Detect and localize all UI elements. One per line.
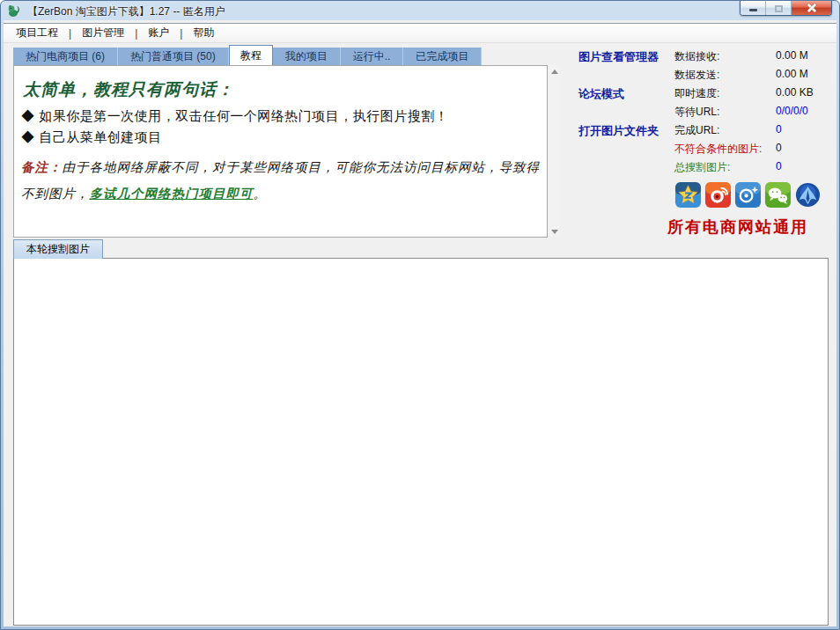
maximize-icon: [775, 5, 783, 12]
stat-value-waiting-url: 0/0/0/0: [776, 105, 808, 117]
menu-separator: |: [178, 27, 184, 40]
triangle-up-icon: [551, 70, 558, 74]
window-title: 【ZerBon 淘宝图片下载】1.27 -- 匿名用户: [27, 4, 225, 19]
slogan-text: 所有电商网站通用: [667, 216, 808, 238]
stat-label-total-scraped-images: 总搜割图片:: [674, 160, 730, 175]
tutorial-heading: 太简单，教程只有两句话：: [23, 78, 234, 101]
green-squirrel-icon: [7, 4, 21, 18]
maximize-button[interactable]: [766, 1, 792, 15]
stat-label-data-sent: 数据发送:: [674, 68, 719, 83]
link-forum-mode[interactable]: 论坛模式: [578, 86, 624, 102]
stat-label-data-received: 数据接收:: [674, 49, 719, 64]
tab-hot-general-projects[interactable]: 热门普通项目 (50): [118, 48, 229, 65]
stat-label-unqualified-images: 不符合条件的图片:: [674, 142, 762, 157]
stat-label-completed-url: 完成URL:: [674, 123, 719, 138]
scroll-down-button[interactable]: [549, 225, 560, 238]
menu-separator: |: [67, 27, 73, 40]
weibo-icon[interactable]: [704, 181, 732, 209]
stat-value-data-received: 0.00 M: [776, 49, 808, 62]
title-bar[interactable]: 【ZerBon 淘宝图片下载】1.27 -- 匿名用户: [1, 1, 839, 20]
menu-item-image-manage[interactable]: 图片管理: [73, 24, 133, 42]
tab-running[interactable]: 运行中..: [341, 48, 404, 65]
wechat-icon[interactable]: [764, 181, 792, 209]
note-suffix: 。: [254, 187, 268, 201]
menu-item-project[interactable]: 项目工程: [4, 24, 67, 42]
stat-value-unqualified-images: 0: [776, 142, 782, 154]
close-button[interactable]: [792, 1, 831, 15]
tutorial-scrollbar[interactable]: [549, 65, 560, 238]
qzone-icon[interactable]: [674, 181, 702, 209]
stat-value-data-sent: 0.00 M: [776, 68, 808, 80]
note-link[interactable]: 多试几个网络热门项目即可: [90, 186, 254, 201]
stat-value-total-scraped-images: 0: [776, 160, 782, 172]
tutorial-panel: 太简单，教程只有两句话： ◆ 如果你是第一次使用，双击任何一个网络热门项目，执行…: [13, 65, 548, 238]
triangle-down-icon: [551, 230, 558, 234]
stat-label-waiting-url: 等待URL:: [674, 105, 719, 120]
tab-completed-projects[interactable]: 已完成项目: [403, 48, 482, 65]
tutorial-bullet-1: ◆ 如果你是第一次使用，双击任何一个网络热门项目，执行图片搜割！: [21, 108, 448, 125]
stat-label-current-speed: 即时速度:: [674, 86, 719, 101]
tab-my-projects[interactable]: 我的项目: [273, 48, 341, 65]
minimize-button[interactable]: [741, 1, 766, 15]
social-icons-row: [674, 181, 822, 209]
xunlei-icon[interactable]: [794, 181, 822, 209]
link-image-viewer-manager[interactable]: 图片查看管理器: [578, 49, 659, 65]
tab-hot-ecommerce-projects[interactable]: 热门电商项目 (6): [13, 48, 118, 65]
tab-current-scraped-images[interactable]: 本轮搜割图片: [13, 239, 103, 259]
window-controls: [740, 1, 832, 16]
note-label: 备注：: [21, 159, 63, 174]
menu-bar: 项目工程 | 图片管理 | 账户 | 帮助: [4, 23, 836, 43]
tab-tutorial[interactable]: 教程: [229, 45, 273, 65]
app-window: 【ZerBon 淘宝图片下载】1.27 -- 匿名用户 项目工程 | 图片管理 …: [0, 0, 840, 630]
close-icon: [807, 4, 816, 13]
menu-separator: |: [133, 27, 139, 40]
stat-value-current-speed: 0.00 KB: [776, 86, 814, 99]
scraped-images-panel[interactable]: [13, 258, 829, 626]
project-tab-strip: 热门电商项目 (6) 热门普通项目 (50) 教程 我的项目 运行中.. 已完成…: [13, 48, 482, 65]
link-open-image-folder[interactable]: 打开图片文件夹: [578, 123, 659, 139]
tutorial-bullet-2: ◆ 自己从菜单创建项目: [21, 129, 162, 146]
pengyou-icon[interactable]: [734, 181, 762, 209]
scroll-up-button[interactable]: [549, 65, 560, 77]
menu-item-account[interactable]: 账户: [139, 24, 178, 42]
stat-value-completed-url: 0: [776, 123, 782, 136]
tutorial-note: 备注：由于各地网络屏蔽不同，对于某些网络项目，可能你无法访问目标网站，导致得不到…: [21, 154, 542, 207]
menu-item-help[interactable]: 帮助: [184, 24, 223, 42]
minimize-icon: [749, 9, 757, 11]
